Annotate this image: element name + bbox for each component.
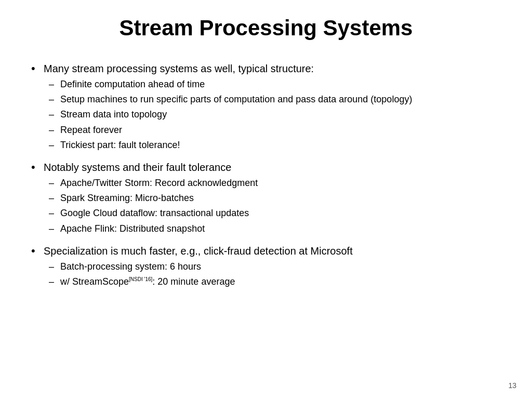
sub-text-3-2: w/ StreamScope[NSDI '16]: 20 minute aver…	[60, 275, 235, 288]
slide-content: • Many stream processing systems as well…	[31, 61, 501, 378]
bullet-item-1: • Many stream processing systems as well…	[31, 61, 501, 154]
bullet-content-1: Many stream processing systems as well, …	[44, 61, 412, 154]
sub-item-1-3: – Stream data into topology	[49, 108, 412, 121]
sub-text-1-2: Setup machines to run specific parts of …	[60, 93, 412, 106]
sub-text-2-1: Apache/Twitter Storm: Record acknowledgm…	[60, 177, 258, 190]
sub-text-2-3: Google Cloud dataflow: transactional upd…	[60, 207, 249, 220]
sub-item-2-4: – Apache Flink: Distributed snapshot	[49, 222, 258, 235]
sub-item-2-3: – Google Cloud dataflow: transactional u…	[49, 207, 258, 220]
sub-item-3-2: – w/ StreamScope[NSDI '16]: 20 minute av…	[49, 275, 353, 288]
bullet-content-2: Notably systems and their fault toleranc…	[44, 160, 258, 237]
sub-dash-3-2: –	[49, 275, 60, 288]
bullet-text-1: Many stream processing systems as well, …	[44, 63, 314, 74]
sub-list-2: – Apache/Twitter Storm: Record acknowled…	[49, 177, 258, 235]
sub-item-1-4: – Repeat forever	[49, 124, 412, 137]
page-number: 13	[508, 381, 516, 390]
sub-list-3: – Batch-processing system: 6 hours – w/ …	[49, 260, 353, 288]
sub-text-2-2: Spark Streaming: Micro-batches	[60, 192, 194, 205]
slide: Stream Processing Systems • Many stream …	[0, 0, 532, 399]
superscript-nsdi: [NSDI '16]	[129, 276, 152, 282]
bullet-text-3: Specialization is much faster, e.g., cli…	[44, 245, 353, 257]
bullet-dot-2: •	[31, 161, 44, 174]
bullet-dot-1: •	[31, 62, 44, 75]
bullet-text-2: Notably systems and their fault toleranc…	[44, 162, 231, 173]
sub-text-1-5: Trickiest part: fault tolerance!	[60, 139, 180, 152]
sub-dash-2-2: –	[49, 192, 60, 205]
sub-item-1-2: – Setup machines to run specific parts o…	[49, 93, 412, 106]
sub-item-1-1: – Definite computation ahead of time	[49, 78, 412, 91]
sub-dash-1-3: –	[49, 108, 60, 121]
sub-item-2-1: – Apache/Twitter Storm: Record acknowled…	[49, 177, 258, 190]
sub-dash-1-1: –	[49, 78, 60, 91]
sub-text-1-4: Repeat forever	[60, 124, 122, 137]
sub-text-1-3: Stream data into topology	[60, 108, 167, 121]
sub-dash-1-5: –	[49, 139, 60, 152]
sub-dash-1-2: –	[49, 93, 60, 106]
sub-item-3-1: – Batch-processing system: 6 hours	[49, 260, 353, 273]
slide-title: Stream Processing Systems	[31, 16, 501, 46]
bullet-content-3: Specialization is much faster, e.g., cli…	[44, 244, 353, 290]
sub-dash-2-4: –	[49, 222, 60, 235]
bullet-item-3: • Specialization is much faster, e.g., c…	[31, 244, 501, 290]
sub-text-3-1: Batch-processing system: 6 hours	[60, 260, 201, 273]
bullet-item-2: • Notably systems and their fault tolera…	[31, 160, 501, 237]
sub-text-1-1: Definite computation ahead of time	[60, 78, 205, 91]
sub-text-2-4: Apache Flink: Distributed snapshot	[60, 222, 205, 235]
sub-dash-2-3: –	[49, 207, 60, 220]
bullet-dot-3: •	[31, 244, 44, 258]
sub-item-1-5: – Trickiest part: fault tolerance!	[49, 139, 412, 152]
sub-dash-1-4: –	[49, 124, 60, 137]
sub-dash-2-1: –	[49, 177, 60, 190]
sub-item-2-2: – Spark Streaming: Micro-batches	[49, 192, 258, 205]
sub-list-1: – Definite computation ahead of time – S…	[49, 78, 412, 152]
sub-dash-3-1: –	[49, 260, 60, 273]
